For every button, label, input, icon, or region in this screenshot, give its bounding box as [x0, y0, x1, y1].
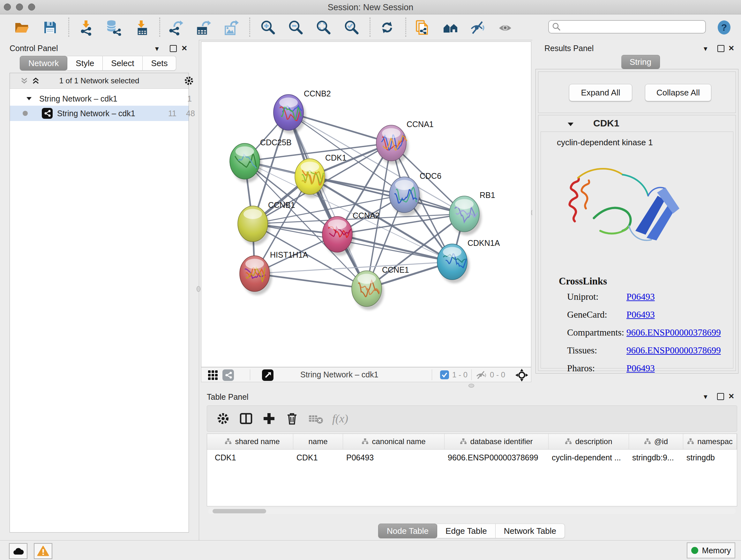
node-CDC25B[interactable]: CDC25B [230, 138, 292, 183]
collapse-all-button[interactable]: Collapse All [645, 84, 711, 101]
column-header-namespac[interactable]: namespac [683, 434, 737, 449]
zoom-selected-icon[interactable] [343, 19, 360, 36]
open-session-icon[interactable] [13, 19, 30, 36]
help-icon[interactable]: ? [716, 19, 733, 36]
bottom-splitter-handle[interactable] [468, 384, 474, 388]
refresh-icon[interactable] [379, 19, 396, 36]
save-session-icon[interactable] [42, 19, 59, 36]
tab-style[interactable]: Style [67, 56, 103, 71]
expand-all-button[interactable]: Expand All [569, 84, 632, 101]
crosslink-link[interactable]: P06493 [626, 363, 655, 374]
cloud-button[interactable] [9, 543, 27, 559]
memory-button[interactable]: Memory [687, 543, 735, 558]
table-panel-menu-icon[interactable]: ▾ [704, 393, 708, 400]
column-header-database-identifier[interactable]: database identifier [445, 434, 549, 449]
search-bar[interactable] [548, 20, 706, 34]
show-columns-icon[interactable] [239, 412, 253, 426]
node-label-CCNB1: CCNB1 [268, 200, 295, 209]
network-canvas[interactable]: CCNB2CCNA1CDC25BCDK1CDC6RB1CCNB1CCNA2CDK… [201, 42, 531, 367]
tab-string[interactable]: String [621, 55, 660, 69]
export-network-icon[interactable] [167, 19, 184, 36]
network-share-badge-icon[interactable] [222, 369, 234, 381]
column-header--id[interactable]: @id [629, 434, 683, 449]
node-CCNA1[interactable]: CCNA1 [376, 120, 434, 165]
node-CCNB2[interactable]: CCNB2 [273, 89, 331, 134]
import-network-database-icon[interactable] [105, 19, 122, 36]
tab-network-table[interactable]: Network Table [495, 523, 565, 538]
table-cell[interactable]: CDK1 [293, 450, 343, 464]
network-collection-row[interactable]: String Network – cdk1 1 [10, 91, 189, 106]
birdseye-grid-icon[interactable] [208, 370, 218, 380]
tab-select[interactable]: Select [103, 56, 143, 71]
table-settings-gear-icon[interactable] [216, 412, 230, 426]
selected-checkbox-icon[interactable] [440, 370, 449, 379]
table-horizontal-scrollbar[interactable] [208, 508, 736, 514]
results-panel-close-icon[interactable]: ✕ [728, 45, 734, 52]
tab-node-table[interactable]: Node Table [378, 523, 437, 538]
houses-icon[interactable] [442, 19, 459, 36]
export-image-icon[interactable] [222, 19, 240, 36]
node-CDK1[interactable]: CDK1 [295, 153, 347, 198]
results-panel-float-icon[interactable] [718, 45, 724, 52]
zoom-in-icon[interactable] [259, 19, 277, 36]
cloud-icon [12, 547, 24, 555]
zoom-out-icon[interactable] [287, 19, 305, 36]
control-panel-float-icon[interactable] [170, 45, 177, 52]
table-cell[interactable]: P06493 [343, 450, 445, 464]
table-panel-close-icon[interactable]: ✕ [728, 393, 734, 400]
status-bar: Memory [0, 540, 741, 560]
table-cell[interactable]: stringdb:9... [629, 450, 683, 464]
add-column-plus-icon[interactable] [262, 412, 276, 426]
network-selection-status: 1 of 1 Network selected [10, 76, 189, 85]
table-cell[interactable]: CDK1 [212, 450, 293, 464]
section-expander-icon[interactable] [567, 122, 574, 127]
node-CCNB1[interactable]: CCNB1 [238, 200, 295, 245]
network-row-selected[interactable]: String Network – cdk1 11 48 [10, 106, 189, 121]
scrollbar-thumb[interactable] [212, 509, 266, 513]
tab-edge-table[interactable]: Edge Table [437, 523, 495, 538]
results-panel-menu-icon[interactable]: ▾ [704, 45, 708, 52]
search-input[interactable] [561, 22, 696, 32]
hide-selected-eye-icon[interactable] [469, 19, 486, 36]
zoom-fit-icon[interactable] [315, 19, 332, 36]
edge-CCNB2-CCNE1[interactable] [288, 112, 367, 289]
gear-icon[interactable] [184, 76, 194, 85]
node-CDC6[interactable]: CDC6 [389, 172, 441, 216]
column-tree-icon [361, 438, 368, 445]
delete-column-trash-icon[interactable] [285, 412, 299, 426]
crosslink-link[interactable]: P06493 [626, 309, 655, 320]
crosslink-row: Tissues:9606.ENSP00000378699 [567, 345, 727, 356]
crosslink-link[interactable]: 9606.ENSP00000378699 [626, 345, 721, 356]
column-header-name[interactable]: name [293, 434, 343, 449]
left-splitter-handle[interactable] [197, 286, 200, 292]
show-all-eye-icon[interactable] [497, 19, 514, 36]
table-panel-float-icon[interactable] [717, 393, 724, 400]
node-CDKN1A[interactable]: CDKN1A [437, 239, 500, 283]
crosslink-link[interactable]: 9606.ENSP00000378699 [626, 327, 721, 338]
tree-expander-icon[interactable] [26, 96, 32, 101]
table-cell[interactable]: 9606.ENSP00000378699 [445, 450, 549, 464]
node-RB1[interactable]: RB1 [449, 191, 495, 235]
column-header-canonical-name[interactable]: canonical name [343, 434, 445, 449]
hidden-node-edge-counts: 0 - 0 [490, 370, 505, 379]
crosslink-link[interactable]: P06493 [626, 292, 655, 302]
import-network-file-icon[interactable] [78, 19, 95, 36]
column-header-description[interactable]: description [549, 434, 629, 449]
table-cell[interactable]: cyclin-dependent ... [549, 450, 629, 464]
tab-network[interactable]: Network [20, 56, 67, 71]
string-network-graph[interactable]: CCNB2CCNA1CDC25BCDK1CDC6RB1CCNB1CCNA2CDK… [201, 42, 531, 367]
tab-sets[interactable]: Sets [143, 56, 176, 71]
warning-button[interactable] [34, 543, 52, 559]
node-CCNE1[interactable]: CCNE1 [352, 265, 409, 310]
duplicate-network-icon[interactable] [414, 19, 431, 36]
table-cell[interactable]: stringdb [683, 450, 737, 464]
fit-selected-crosshair-icon[interactable] [515, 369, 528, 381]
open-in-new-window-icon[interactable] [262, 369, 273, 381]
column-header-shared-name[interactable]: shared name [212, 434, 293, 449]
control-panel-menu-icon[interactable]: ▾ [155, 45, 159, 52]
cytoscape-window: { "window": {"title": "Session: New Sess… [0, 0, 741, 560]
export-table-icon[interactable] [195, 19, 212, 36]
control-panel-close-icon[interactable]: ✕ [181, 45, 187, 52]
column-header-label: database identifier [470, 437, 533, 446]
import-table-icon[interactable] [133, 19, 150, 36]
